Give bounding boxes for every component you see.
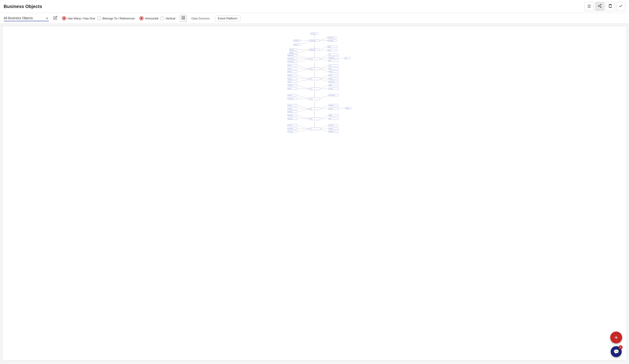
svg-line-173: [298, 125, 309, 129]
svg-text:Template: Template: [288, 108, 292, 109]
clipboard-button[interactable]: [606, 2, 615, 11]
add-icon: +: [614, 334, 618, 341]
has-many-radio-label[interactable]: Has Many / Has One: [62, 16, 95, 20]
svg-line-86: [320, 70, 329, 72]
svg-text:Timeslot: Timeslot: [329, 71, 333, 72]
svg-line-161: [298, 119, 309, 119]
has-many-label: Has Many / Has One: [68, 17, 95, 20]
vertical-radio[interactable]: [160, 16, 164, 20]
svg-text:Task: Task: [329, 60, 331, 61]
svg-text:Checkin: Checkin: [288, 88, 292, 89]
business-objects-dropdown-wrapper: All Business Objects Custom Business Obj…: [4, 15, 49, 21]
vertical-radio-label[interactable]: Vertical: [160, 16, 175, 20]
svg-line-167: [320, 119, 329, 119]
svg-line-134: [320, 95, 329, 98]
orientation-group: Horizontal Vertical: [139, 16, 175, 20]
menu-button[interactable]: ☰: [585, 2, 594, 11]
svg-text:Survey: Survey: [310, 98, 313, 99]
svg-text:Invoice: Invoice: [328, 50, 331, 51]
svg-text:SurveyResp: SurveyResp: [288, 98, 294, 99]
svg-line-179: [298, 129, 309, 132]
svg-line-3: [599, 6, 600, 7]
svg-text:Product: Product: [329, 75, 332, 76]
svg-text:ContactField: ContactField: [288, 61, 294, 62]
svg-text:Track: Track: [329, 65, 332, 66]
belongs-to-label: Belongs To / References: [103, 17, 135, 20]
has-many-radio[interactable]: [62, 16, 66, 20]
svg-text:EventGroup: EventGroup: [294, 40, 299, 41]
svg-text:FormPage: FormPage: [329, 125, 334, 126]
diagram-container[interactable]: .node-box { fill: white; stroke: #9fa8da…: [2, 26, 627, 360]
svg-line-122: [320, 89, 329, 89]
chat-button[interactable]: 💬 5: [611, 346, 622, 357]
svg-line-143: [298, 109, 309, 109]
share-button[interactable]: [595, 2, 604, 11]
svg-text:Organization: Organization: [288, 55, 294, 56]
svg-line-50: [298, 59, 309, 59]
svg-line-35: [298, 50, 310, 53]
svg-text:Campaign: Campaign: [288, 111, 293, 112]
svg-text:EventSession: EventSession: [310, 40, 316, 41]
diagram-canvas: .node-box { fill: white; stroke: #9fa8da…: [2, 26, 627, 360]
svg-line-131: [298, 98, 309, 99]
svg-point-1: [598, 5, 599, 6]
check-button[interactable]: [616, 2, 625, 11]
horizontal-radio-label[interactable]: Horizontal: [139, 16, 158, 20]
svg-line-59: [320, 58, 329, 59]
svg-line-164: [320, 116, 329, 118]
svg-text:Category: Category: [294, 44, 298, 45]
svg-text:Tag: Tag: [329, 54, 331, 55]
svg-text:Report: Report: [310, 118, 313, 119]
svg-line-140: [298, 106, 309, 109]
svg-line-71: [298, 66, 309, 69]
relationship-diagram: .node-box { fill: white; stroke: #9fa8da…: [271, 29, 358, 189]
svg-line-80: [320, 66, 329, 68]
event-platform-button[interactable]: Event Platform: [215, 15, 240, 21]
svg-rect-7: [182, 16, 183, 17]
belongs-to-radio-label[interactable]: Belongs To / References: [97, 16, 135, 20]
svg-line-185: [320, 129, 329, 129]
share-icon: [598, 4, 602, 9]
clipboard-icon: [608, 4, 612, 9]
svg-line-146: [298, 109, 309, 112]
toolbar: All Business Objects Custom Business Obj…: [0, 13, 629, 24]
edit-icon[interactable]: [53, 16, 57, 21]
svg-text:EventSource: EventSource: [328, 40, 334, 41]
header: Business Objects ☰: [0, 0, 629, 13]
svg-text:Email: Email: [310, 108, 312, 109]
svg-text:EmailList: EmailList: [288, 105, 292, 106]
svg-text:Exhibitor: Exhibitor: [288, 71, 292, 72]
svg-line-38: [319, 47, 327, 50]
svg-text:Transfer: Transfer: [329, 88, 333, 89]
svg-text:FormSubmit: FormSubmit: [288, 128, 294, 129]
belongs-to-radio[interactable]: [97, 16, 101, 20]
svg-text:Subscription: Subscription: [329, 57, 335, 58]
business-objects-dropdown[interactable]: All Business Objects Custom Business Obj…: [4, 15, 49, 21]
svg-text:Session: Session: [310, 68, 313, 70]
add-button[interactable]: +: [610, 332, 622, 343]
svg-line-83: [320, 69, 329, 69]
svg-line-128: [298, 95, 309, 99]
svg-text:Membership: Membership: [329, 81, 335, 82]
svg-text:Speaker: Speaker: [288, 65, 292, 66]
svg-line-107: [320, 79, 329, 82]
relationship-type-group: Has Many / Has One Belongs To / Referenc…: [62, 16, 135, 20]
svg-text:Payment: Payment: [288, 78, 292, 79]
horizontal-radio[interactable]: [139, 16, 144, 20]
svg-line-20: [301, 42, 310, 45]
svg-rect-10: [182, 18, 183, 19]
svg-line-47: [298, 56, 309, 59]
svg-line-119: [320, 86, 329, 88]
svg-text:Dashboard: Dashboard: [288, 118, 293, 119]
svg-line-56: [320, 55, 329, 58]
check-icon: [619, 4, 623, 9]
svg-rect-8: [184, 16, 185, 17]
svg-text:OrderItem: OrderItem: [288, 75, 293, 76]
svg-line-77: [298, 70, 309, 72]
svg-line-176: [298, 129, 309, 129]
fit-to-screen-icon[interactable]: [180, 15, 187, 22]
svg-line-92: [298, 76, 309, 79]
svg-line-158: [298, 116, 309, 119]
svg-text:SurveyResult: SurveyResult: [329, 95, 335, 96]
header-icons: ☰: [585, 2, 625, 11]
